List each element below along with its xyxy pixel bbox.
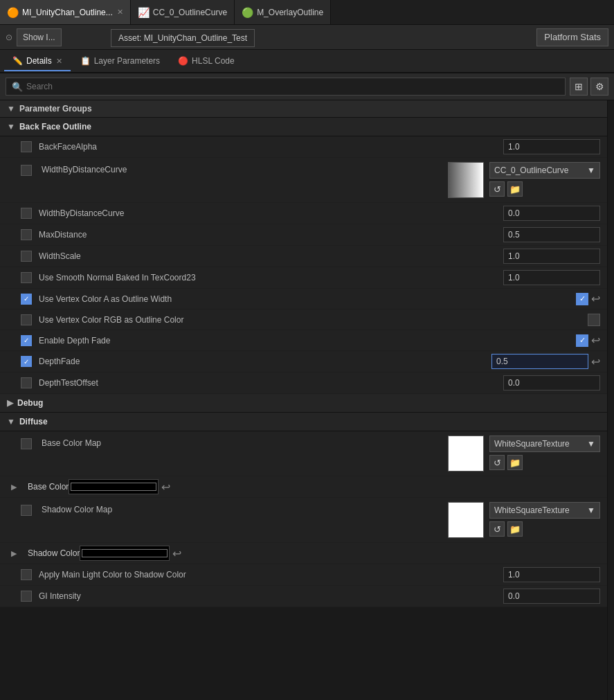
val-vertex-color-rgb[interactable] — [588, 314, 600, 326]
input-max-distance[interactable] — [503, 227, 600, 242]
label-back-face-alpha: BackFaceAlpha — [39, 142, 503, 152]
check-base-color-map[interactable] — [21, 438, 32, 449]
scrollbar-track[interactable] — [607, 100, 614, 700]
reset-vertex-color-a[interactable]: ↩ — [591, 292, 600, 305]
label-shadow-color-map: Shadow Color Map — [42, 502, 442, 514]
label-width-distance-num: WidthByDistanceCurve — [39, 208, 503, 218]
input-apply-main-light[interactable] — [503, 567, 600, 582]
main-toolbar: ⊙ Show I... Platform Stats — [0, 25, 614, 50]
check-vertex-color-rgb[interactable] — [21, 314, 32, 325]
label-base-color: Base Color — [28, 482, 69, 492]
grid-view-btn[interactable]: ⊞ — [570, 78, 588, 96]
section-debug[interactable]: ▶ Debug — [0, 394, 607, 413]
texture-browse-btn-cc0[interactable]: 📁 — [507, 181, 523, 197]
check-depth-test-offset[interactable] — [21, 377, 32, 388]
platform-stats-label: Platform Stats — [544, 32, 601, 42]
tab-close-1[interactable]: ✕ — [117, 8, 123, 17]
check-back-face-alpha[interactable] — [21, 141, 32, 152]
show-inherited-label: Show I... — [23, 33, 55, 42]
texture-reset-btn-cc0[interactable]: ↺ — [489, 181, 505, 197]
val-enable-depth-fade[interactable] — [576, 334, 588, 347]
dd-arrow-cc0: ▼ — [581, 165, 595, 175]
input-smooth-normal[interactable] — [503, 270, 600, 285]
param-back-face-alpha: BackFaceAlpha — [0, 136, 607, 158]
check-gi-intensity[interactable] — [21, 591, 32, 602]
label-depth-fade: DepthFade — [39, 357, 491, 366]
tab-layer-params[interactable]: 📋 Layer Parameters — [72, 52, 168, 71]
expand-arrow-shadow-color[interactable]: ▶ — [11, 549, 17, 558]
texture-dropdown-white-sq-2[interactable]: WhiteSquareTexture ▼ — [489, 502, 600, 519]
check-width-distance-num[interactable] — [21, 208, 32, 219]
tab-details[interactable]: ✏️ Details ✕ — [4, 52, 71, 71]
search-field-wrap[interactable]: 🔍 — [6, 78, 566, 96]
tab-label-1: MI_UnityChan_Outline... — [22, 8, 113, 17]
platform-stats-btn[interactable]: Platform Stats — [536, 28, 608, 46]
check-enable-depth-fade[interactable] — [21, 335, 32, 346]
details-close[interactable]: ✕ — [56, 57, 62, 66]
texture-dropdown-label-ws2: WhiteSquareTexture — [494, 505, 570, 515]
reset-depth-fade[interactable]: ↩ — [591, 355, 600, 368]
input-gi-intensity[interactable] — [503, 589, 600, 604]
texture-reset-btn-ws2[interactable]: ↺ — [489, 521, 505, 537]
tab-label-3: M_OverlayOutline — [257, 8, 323, 17]
param-groups-header[interactable]: ▼ Parameter Groups — [0, 100, 607, 118]
texture-thumb-base-color[interactable] — [448, 436, 484, 472]
tab-mi-unitychan[interactable]: 🟠 MI_UnityChan_Outline... ✕ — [0, 0, 131, 24]
reset-shadow-color[interactable]: ↩ — [172, 547, 181, 560]
val-vertex-color-a[interactable] — [576, 293, 588, 305]
input-shadow-color[interactable] — [80, 546, 170, 561]
section-back-face-outline[interactable]: ▼ Back Face Outline — [0, 118, 607, 136]
input-base-color[interactable] — [69, 479, 159, 494]
diffuse-arrow: ▼ — [7, 417, 15, 427]
label-shadow-color: Shadow Color — [28, 548, 80, 558]
reset-base-color[interactable]: ↩ — [161, 481, 170, 494]
texture-thumb-width-distance[interactable] — [448, 162, 484, 198]
param-depth-fade: DepthFade ↩ — [0, 351, 607, 373]
check-apply-main-light[interactable] — [21, 569, 32, 580]
param-shadow-color-map: Shadow Color Map WhiteSquareTexture ▼ ↺ … — [0, 498, 607, 543]
input-back-face-alpha[interactable] — [503, 139, 600, 154]
input-depth-test-offset[interactable] — [503, 375, 600, 391]
label-vertex-color-rgb: Use Vertex Color RGB as Outline Color — [39, 315, 588, 325]
tab-icon-1: 🟠 — [7, 7, 19, 18]
param-depth-test-offset: DepthTestOffset — [0, 373, 607, 394]
layer-params-label: Layer Parameters — [94, 56, 160, 66]
settings-btn[interactable]: ⚙ — [590, 78, 608, 96]
texture-browse-btn-ws1[interactable]: 📁 — [507, 455, 523, 470]
search-input[interactable] — [26, 82, 559, 91]
check-shadow-color-map[interactable] — [21, 505, 32, 516]
search-bar: 🔍 ⊞ ⚙ — [0, 73, 614, 100]
bfo-arrow: ▼ — [7, 122, 15, 132]
label-width-distance-tex: WidthByDistanceCurve — [42, 162, 442, 174]
tab-m-overlay[interactable]: 🟢 M_OverlayOutline — [235, 0, 331, 24]
texture-dropdown-white-sq-1[interactable]: WhiteSquareTexture ▼ — [489, 436, 600, 452]
reset-enable-depth-fade[interactable]: ↩ — [591, 334, 600, 347]
check-width-distance-tex[interactable] — [21, 165, 32, 176]
input-depth-fade[interactable] — [491, 354, 588, 369]
texture-browse-btn-ws2[interactable]: 📁 — [507, 521, 523, 537]
tab-cc0-outline[interactable]: 📈 CC_0_OutlineCurve — [131, 0, 235, 24]
param-vertex-color-rgb: Use Vertex Color RGB as Outline Color — [0, 309, 607, 330]
input-width-scale[interactable] — [503, 249, 600, 264]
section-diffuse[interactable]: ▼ Diffuse — [0, 413, 607, 431]
tab-hlsl[interactable]: 🔴 HLSL Code — [170, 52, 243, 71]
check-smooth-normal[interactable] — [21, 272, 32, 283]
diffuse-label: Diffuse — [19, 417, 48, 427]
check-width-scale[interactable] — [21, 251, 32, 262]
scroll-area[interactable]: ▼ Parameter Groups ▼ Back Face Outline B… — [0, 100, 607, 700]
texture-thumb-shadow-color[interactable] — [448, 502, 484, 538]
tooltip-text: Asset: MI_UnityChan_Outline_Test — [118, 33, 247, 43]
input-width-distance-num[interactable] — [503, 206, 600, 221]
tab-bar: 🟠 MI_UnityChan_Outline... ✕ 📈 CC_0_Outli… — [0, 0, 614, 25]
param-vertex-color-a: Use Vertex Color A as Outline Width ↩ — [0, 289, 607, 309]
check-max-distance[interactable] — [21, 229, 32, 240]
show-inherited-btn[interactable]: Show I... — [17, 28, 62, 46]
param-groups-arrow: ▼ — [7, 104, 15, 114]
expand-arrow-base-color[interactable]: ▶ — [11, 483, 17, 492]
check-depth-fade[interactable] — [21, 356, 32, 367]
texture-reset-btn-ws1[interactable]: ↺ — [489, 455, 505, 470]
asset-tooltip: Asset: MI_UnityChan_Outline_Test — [111, 29, 255, 47]
texture-dropdown-cc0[interactable]: CC_0_OutlineCurve ▼ — [489, 162, 600, 179]
label-enable-depth-fade: Enable Depth Fade — [39, 336, 576, 345]
check-vertex-color-a[interactable] — [21, 294, 32, 305]
